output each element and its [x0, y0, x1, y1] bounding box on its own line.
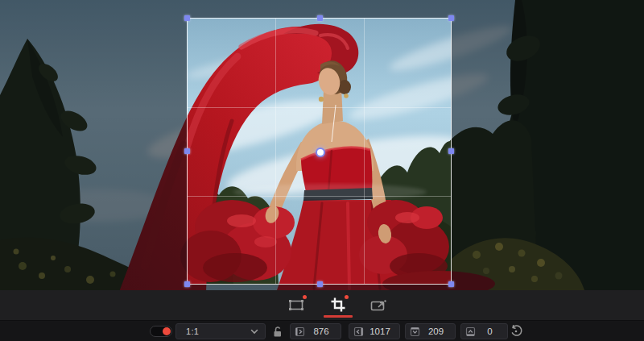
grid-horizontal-line-2: [188, 196, 451, 197]
unlock-icon: [272, 326, 283, 338]
crop-left-field[interactable]: 876: [290, 323, 341, 339]
crop-center-pivot[interactable]: [317, 149, 324, 156]
crop-handle-middle-right[interactable]: [448, 148, 454, 154]
grid-vertical-line-2: [364, 19, 365, 284]
crop-handle-top-left[interactable]: [184, 15, 190, 21]
tool-controls: 1:1: [0, 320, 644, 341]
crop-right-field[interactable]: 1017: [349, 323, 400, 339]
crop-left-icon: [295, 326, 305, 337]
reset-button[interactable]: [508, 323, 524, 339]
app-window: 1:1: [0, 0, 644, 341]
grid-vertical-line-1: [275, 19, 276, 284]
tab-crop[interactable]: [324, 293, 353, 317]
crop-region[interactable]: [187, 18, 452, 285]
active-badge: [345, 295, 349, 299]
crop-top-value: 209: [420, 326, 455, 336]
crop-right-icon: [353, 326, 364, 337]
tool-panel: 1:1: [0, 290, 644, 341]
lock-aspect-button[interactable]: [270, 324, 284, 339]
tool-tab-bar: [0, 290, 644, 320]
crop-left-value: 876: [305, 326, 341, 336]
transform-icon: [287, 298, 305, 312]
crop-bottom-value: 0: [476, 326, 507, 336]
toggle-knob: [163, 327, 171, 335]
aspect-ratio-dropdown[interactable]: 1:1: [175, 323, 266, 339]
tab-dynamic-zoom[interactable]: [364, 293, 393, 317]
reset-icon: [510, 325, 522, 338]
crop-handle-bottom-left[interactable]: [184, 281, 190, 287]
chevron-down-icon: [250, 329, 258, 335]
video-viewer: [0, 0, 644, 290]
crop-bottom-icon: [465, 326, 476, 337]
crop-bottom-field[interactable]: 0: [460, 323, 508, 339]
crop-handle-bottom-right[interactable]: [448, 281, 454, 287]
crop-handle-middle-left[interactable]: [184, 148, 190, 154]
crop-handle-top-right[interactable]: [448, 15, 454, 21]
grid-horizontal-line-1: [188, 107, 451, 108]
crop-handle-bottom-center[interactable]: [317, 281, 323, 287]
active-badge: [303, 295, 307, 299]
crop-top-icon: [410, 326, 420, 337]
crop-top-field[interactable]: 209: [405, 323, 456, 339]
tool-enable-toggle[interactable]: [150, 326, 172, 337]
crop-icon: [330, 297, 346, 313]
crop-handle-top-center[interactable]: [317, 15, 323, 21]
dynamic-zoom-icon: [369, 298, 387, 312]
tab-transform[interactable]: [282, 293, 311, 317]
crop-right-value: 1017: [364, 326, 399, 336]
selected-tab-underline: [324, 315, 353, 318]
aspect-ratio-value: 1:1: [186, 326, 199, 336]
